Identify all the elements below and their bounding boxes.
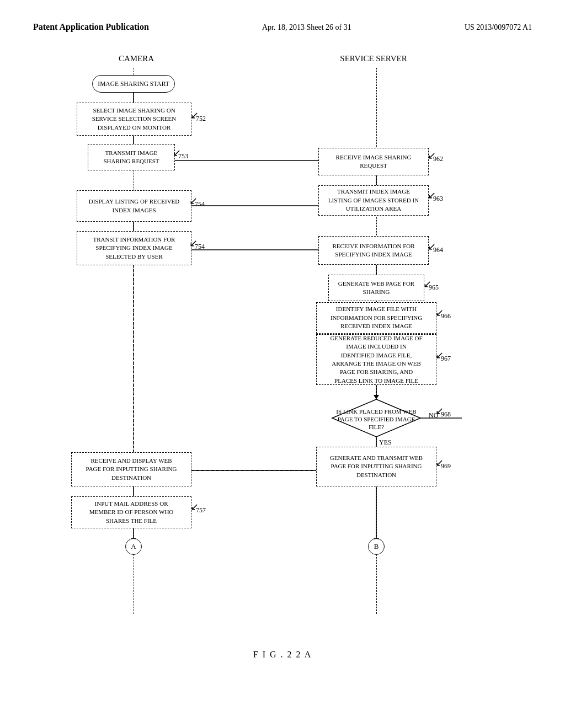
sheet-info: Apr. 18, 2013 Sheet 26 of 31 [262,23,351,32]
arrow-check-966: ↙ [435,307,444,319]
server-column-header: SERVICE SERVER [318,54,429,63]
box-963: TRANSMIT INDEX IMAGE LISTING OF IMAGES S… [318,185,429,216]
box-754a: DISPLAY LISTING OF RECEIVED INDEX IMAGES [77,190,191,222]
patent-number: US 2013/0097072 A1 [465,23,532,32]
box-753: TRANSMIT IMAGE SHARING REQUEST [88,144,175,170]
header: Patent Application Publication Apr. 18, … [33,22,532,32]
arrow-check-969: ↙ [435,457,444,469]
box-969: GENERATE AND TRANSMIT WEB PAGE FOR INPUT… [316,447,436,486]
connector-b: B [368,538,385,555]
arrow-check-962: ↙ [428,149,436,162]
no-label: NO [429,411,438,420]
camera-column-header: CAMERA [92,54,180,63]
arrow-check-757: ↙ [190,501,199,513]
arrow-check-753: ↙ [173,147,181,159]
connector-a: A [125,538,142,555]
box-757: INPUT MAIL ADDRESS OR MEMBER ID OF PERSO… [71,496,191,528]
box-964: RECEIVE INFORMATION FOR SPECIFYING INDEX… [318,236,429,265]
arrow-check-965: ↙ [423,278,431,290]
page: Patent Application Publication Apr. 18, … [0,0,565,728]
arrow-check-754a: ↙ [189,195,198,207]
yes-label: YES [379,438,392,447]
start-box: IMAGE SHARING START [92,75,175,93]
arrow-check-963: ↙ [428,189,436,201]
arrow-check-964: ↙ [428,240,436,253]
box-756: RECEIVE AND DISPLAY WEB PAGE FOR INPUTTI… [71,452,191,486]
box-962: RECEIVE IMAGE SHARING REQUEST [318,148,429,175]
box-752: SELECT IMAGE SHARING ON SERVICE SELECTIO… [77,103,191,136]
box-967: GENERATE REDUCED IMAGE OF IMAGE INCLUDED… [316,334,436,385]
flowchart-diagram: CAMERA SERVICE SERVER [48,54,517,633]
flowchart-arrows [48,54,517,633]
figure-caption: F I G . 2 2 A [33,650,532,660]
arrow-check-754b: ↙ [189,237,198,249]
arrow-check-967: ↙ [435,349,444,361]
box-754b: TRANSIT INFORMATION FOR SPECIFYING INDEX… [77,231,191,265]
box-966: IDENTIFY IMAGE FILE WITH INFORMATION FOR… [316,302,436,334]
publication-label: Patent Application Publication [33,22,149,32]
box-965: GENERATE WEB PAGE FOR SHARING [328,275,424,301]
arrow-check-752: ↙ [190,109,199,121]
diamond-968-text: IS LINK PLACED FROM WEB PAGE TO SPECIFIE… [332,402,420,437]
